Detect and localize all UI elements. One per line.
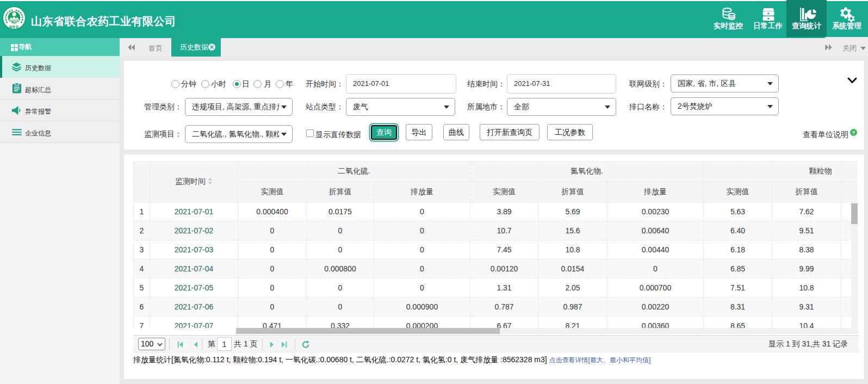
svg-text:?: ? <box>852 129 855 135</box>
svg-text:MEE: MEE <box>9 25 19 29</box>
